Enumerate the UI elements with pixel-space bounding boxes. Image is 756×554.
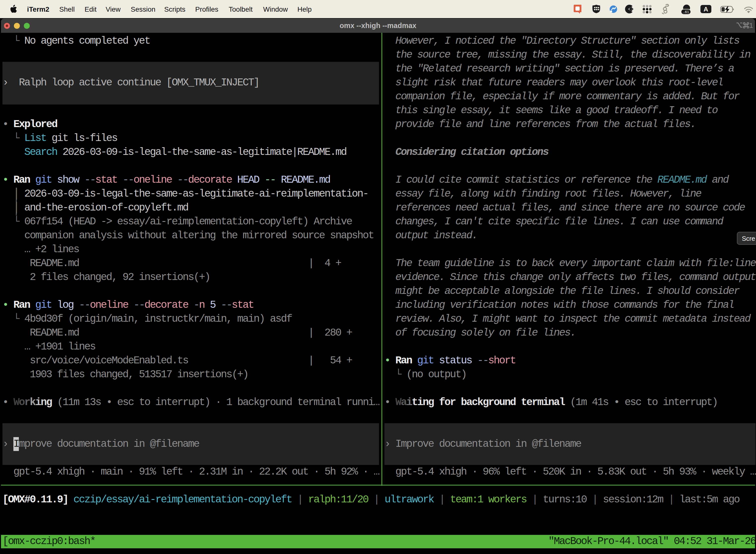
svg-text:..61: ..61	[683, 10, 689, 14]
svg-text:1: 1	[749, 22, 753, 29]
